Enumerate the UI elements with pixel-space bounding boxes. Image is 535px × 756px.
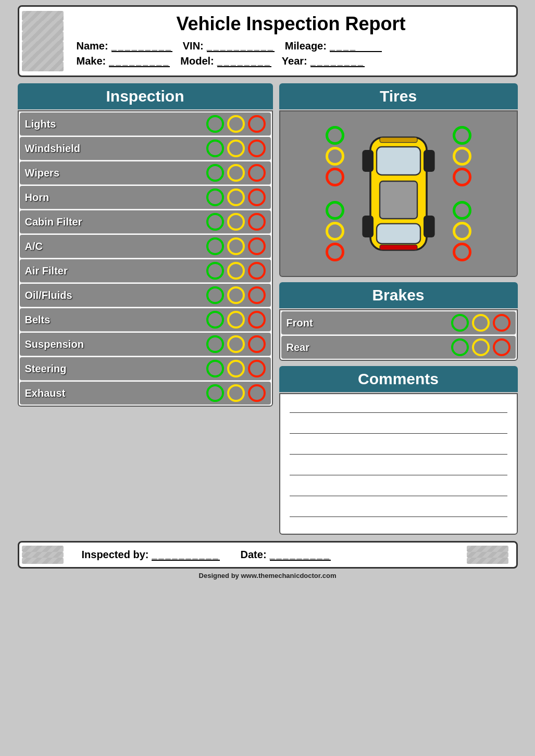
list-item: A/C xyxy=(20,235,271,258)
circles-horn xyxy=(206,188,266,206)
mileage-field-group: Mileage: ____ xyxy=(285,40,382,52)
date-field-group: Date: _________ xyxy=(241,549,331,561)
circle-green[interactable] xyxy=(206,213,224,231)
circle-red[interactable] xyxy=(248,384,266,402)
circle-green[interactable] xyxy=(206,164,224,182)
circle-yellow[interactable] xyxy=(227,140,245,157)
list-item: Cabin Filter xyxy=(20,210,271,234)
circle-green[interactable] xyxy=(206,140,224,157)
circle-red[interactable] xyxy=(248,213,266,231)
inspection-header: Inspection xyxy=(18,83,273,109)
circle-green[interactable] xyxy=(206,311,224,329)
list-item: Front xyxy=(281,311,516,335)
circle-red[interactable] xyxy=(248,311,266,329)
circles-cabin-filter xyxy=(206,213,266,231)
tire-dot-yellow[interactable] xyxy=(326,147,344,166)
list-item: Rear xyxy=(281,336,516,359)
circles-ac xyxy=(206,237,266,255)
svg-rect-7 xyxy=(424,216,435,237)
item-label-lights: Lights xyxy=(25,118,206,130)
item-label-rear: Rear xyxy=(287,342,451,354)
tire-dot-green[interactable] xyxy=(326,201,344,220)
list-item: Steering xyxy=(20,357,271,381)
list-item: Exhaust xyxy=(20,382,271,405)
right-column: Tires xyxy=(279,83,518,535)
circle-green[interactable] xyxy=(206,384,224,402)
inspected-by-field-group: Inspected by: __________ xyxy=(82,549,220,561)
year-value: ________ xyxy=(310,55,365,67)
brakes-container: Front Rear xyxy=(279,309,518,361)
circles-air-filter xyxy=(206,262,266,280)
list-item: Wipers xyxy=(20,161,271,185)
car-diagram xyxy=(320,121,477,267)
circle-red[interactable] xyxy=(493,338,511,356)
circle-green[interactable] xyxy=(451,338,469,356)
tire-dot-yellow[interactable] xyxy=(326,222,344,241)
circle-red[interactable] xyxy=(248,237,266,255)
circle-red[interactable] xyxy=(248,262,266,280)
model-value: ________ xyxy=(217,55,271,67)
circle-green[interactable] xyxy=(451,314,469,332)
circle-red[interactable] xyxy=(248,286,266,304)
circle-red[interactable] xyxy=(248,335,266,353)
circle-yellow[interactable] xyxy=(227,213,245,231)
circles-wipers xyxy=(206,164,266,182)
list-item: Oil/Fluids xyxy=(20,284,271,307)
circle-green[interactable] xyxy=(206,237,224,255)
circles-steering xyxy=(206,360,266,377)
tire-dot-green[interactable] xyxy=(326,126,344,145)
item-label-wipers: Wipers xyxy=(25,167,206,179)
tire-dot-red[interactable] xyxy=(326,243,344,261)
circle-yellow[interactable] xyxy=(227,384,245,402)
svg-rect-6 xyxy=(362,216,374,237)
circle-red[interactable] xyxy=(248,188,266,206)
circle-red[interactable] xyxy=(493,314,511,332)
name-field-group: Name: _________ xyxy=(77,40,172,52)
circle-red[interactable] xyxy=(248,360,266,377)
circle-green[interactable] xyxy=(206,188,224,206)
circles-rear xyxy=(451,338,511,356)
circle-yellow[interactable] xyxy=(227,115,245,133)
tire-dot-green[interactable] xyxy=(453,126,471,145)
circles-belts xyxy=(206,311,266,329)
inspected-by-value: __________ xyxy=(152,549,219,561)
circle-yellow[interactable] xyxy=(227,311,245,329)
date-value: _________ xyxy=(270,549,331,561)
circle-yellow[interactable] xyxy=(227,335,245,353)
circle-red[interactable] xyxy=(248,115,266,133)
item-label-cabin-filter: Cabin Filter xyxy=(25,216,206,228)
tire-dot-red[interactable] xyxy=(326,168,344,186)
tire-dot-red[interactable] xyxy=(453,168,471,186)
item-label-air-filter: Air Filter xyxy=(25,265,206,277)
circle-yellow[interactable] xyxy=(227,262,245,280)
circle-green[interactable] xyxy=(206,115,224,133)
circle-green[interactable] xyxy=(206,360,224,377)
circle-green[interactable] xyxy=(206,262,224,280)
circle-red[interactable] xyxy=(248,140,266,157)
circle-yellow[interactable] xyxy=(227,188,245,206)
tires-section xyxy=(279,110,518,277)
item-label-belts: Belts xyxy=(25,314,206,326)
tire-dot-yellow[interactable] xyxy=(453,222,471,241)
tire-dot-red[interactable] xyxy=(453,243,471,261)
circle-green[interactable] xyxy=(206,286,224,304)
circle-green[interactable] xyxy=(206,335,224,353)
circle-yellow[interactable] xyxy=(472,338,490,356)
circle-yellow[interactable] xyxy=(227,164,245,182)
tire-dot-yellow[interactable] xyxy=(453,147,471,166)
item-label-ac: A/C xyxy=(25,241,206,253)
circle-yellow[interactable] xyxy=(227,237,245,255)
item-label-front: Front xyxy=(287,317,451,329)
comment-line xyxy=(290,464,507,475)
model-field-group: Model: ________ xyxy=(180,55,271,67)
tire-dot-green[interactable] xyxy=(453,201,471,220)
designed-by: Designed by www.themechanicdoctor.com xyxy=(18,572,518,584)
circles-windshield xyxy=(206,140,266,157)
circle-yellow[interactable] xyxy=(227,360,245,377)
item-label-horn: Horn xyxy=(25,192,206,204)
page-title: Vehicle Inspection Report xyxy=(77,13,506,35)
circle-yellow[interactable] xyxy=(472,314,490,332)
comment-line xyxy=(290,401,507,413)
circle-yellow[interactable] xyxy=(227,286,245,304)
circle-red[interactable] xyxy=(248,164,266,182)
